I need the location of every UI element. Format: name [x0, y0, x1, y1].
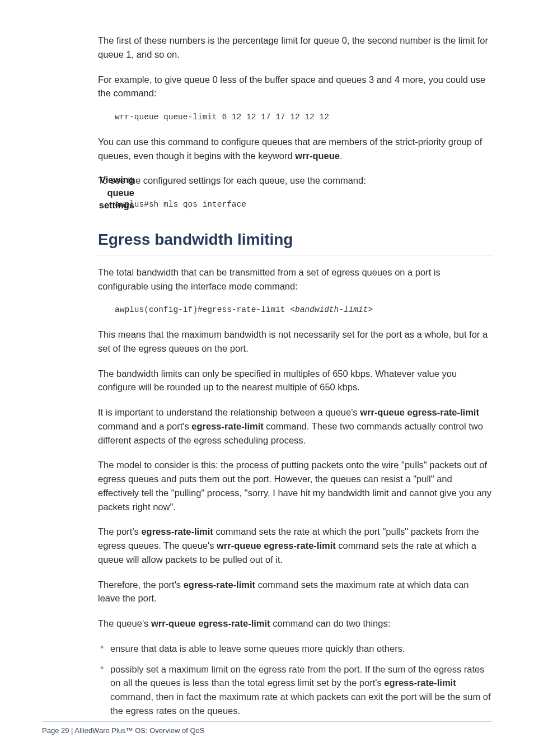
egress-p4a: It is important to understand the relati… — [98, 407, 360, 417]
intro-p2: For example, to give queue 0 less of the… — [98, 73, 492, 101]
intro-code1: wrr-queue queue-limit 6 12 12 17 17 12 1… — [115, 111, 492, 124]
viewing-label-2: queue — [107, 188, 134, 198]
egress-p8c: command can do two things: — [270, 618, 391, 628]
egress-p2: This means that the maximum bandwidth is… — [98, 328, 492, 356]
egress-p4d: egress-rate-limit — [191, 421, 263, 431]
egress-code1c: > — [368, 305, 373, 314]
bullet-1: ensure that data is able to leave some q… — [98, 642, 492, 656]
egress-p5: The model to consider is this: the proce… — [98, 458, 492, 514]
egress-p8b: wrr-queue egress-rate-limit — [151, 618, 270, 628]
egress-p4: It is important to understand the relati… — [98, 405, 492, 447]
egress-p3: The bandwidth limits can only be specifi… — [98, 367, 492, 395]
egress-p7b: egress-rate-limit — [184, 580, 255, 590]
egress-p4c: command and a port's — [98, 421, 191, 431]
viewing-p1: To see the configured settings for each … — [98, 174, 492, 188]
egress-code1a: awplus(config-if)#egress-rate-limit < — [115, 305, 295, 314]
egress-code1b: bandwidth-limit — [295, 305, 368, 314]
egress-p6a: The port's — [98, 526, 141, 536]
egress-code1: awplus(config-if)#egress-rate-limit <ban… — [115, 304, 492, 316]
intro-p3-text: You can use this command to configure qu… — [98, 137, 482, 161]
viewing-side-label: Viewing queue settings — [84, 174, 134, 211]
page-footer: Page 29 | AlliedWare Plus™ OS: Overview … — [42, 721, 492, 736]
intro-p3-end: . — [340, 151, 343, 161]
viewing-code1: awplus#sh mls qos interface — [115, 199, 492, 211]
heading-egress: Egress bandwidth limiting — [98, 228, 492, 255]
egress-p4b: wrr-queue egress-rate-limit — [360, 407, 479, 417]
intro-p3: You can use this command to configure qu… — [98, 135, 492, 163]
viewing-label-3: settings — [99, 200, 134, 210]
intro-p3-keyword: wrr-queue — [295, 151, 340, 161]
viewing-label-1: Viewing — [100, 175, 134, 185]
bullet-2: possibly set a maximum limit on the egre… — [98, 662, 492, 718]
egress-p6b: egress-rate-limit — [141, 526, 213, 536]
egress-p6: The port's egress-rate-limit command set… — [98, 525, 492, 566]
egress-p8a: The queue's — [98, 618, 151, 628]
egress-p7a: Therefore, the port's — [98, 580, 184, 590]
bullet-2b: egress-rate-limit — [384, 678, 456, 688]
bullet-2c: command, then in fact the maximum rate a… — [110, 692, 491, 716]
egress-p6d: wrr-queue egress-rate-limit — [217, 540, 336, 550]
egress-p8: The queue's wrr-queue egress-rate-limit … — [98, 617, 492, 631]
intro-p1: The first of these numbers is the percen… — [98, 34, 492, 62]
egress-bullet-list: ensure that data is able to leave some q… — [98, 642, 492, 718]
egress-p1: The total bandwidth that can be transmit… — [98, 265, 492, 293]
egress-p7: Therefore, the port's egress-rate-limit … — [98, 578, 492, 606]
